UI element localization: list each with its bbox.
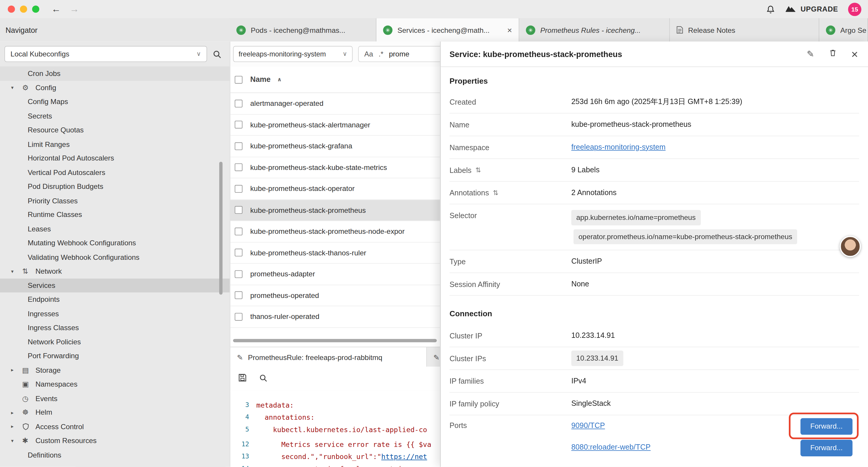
sidebar-item-ingress-classes[interactable]: Ingress Classes [0,321,230,335]
property-value[interactable]: 2 Annotations [571,188,859,198]
close-window-button[interactable] [8,6,15,13]
close-icon[interactable]: × [851,48,858,60]
notifications-bell-icon[interactable] [766,5,775,13]
row-checkbox[interactable] [235,313,242,320]
back-icon[interactable]: ← [52,4,61,14]
table-row[interactable]: kube-prometheus-stack-prometheus-node-ex… [230,221,440,242]
tab-close-icon[interactable]: × [503,25,512,35]
search-input[interactable]: Aa .* prome [358,46,440,62]
tab-services[interactable]: ✳ Services - icecheng@math... × [376,18,519,42]
table-row[interactable]: prometheus-adapter [230,264,440,285]
sidebar-item-access-control[interactable]: ▸ Access Control [0,419,230,434]
sidebar-item-storage[interactable]: ▸ ▤ Storage [0,363,230,377]
row-checkbox[interactable] [235,270,242,278]
table-row[interactable]: kube-prometheus-stack-grafana [230,136,440,157]
forward-icon[interactable]: → [70,4,79,14]
sidebar-item-helm[interactable]: ▸ ☸ Helm [0,406,230,420]
sidebar-item-priority-classes[interactable]: Priority Classes [0,194,230,208]
chevron-down-icon[interactable]: ▾ [0,438,22,444]
table-row[interactable]: alertmanager-operated [230,93,440,114]
row-checkbox[interactable] [235,121,242,128]
table-row[interactable]: prometheus-operated [230,285,440,306]
sidebar-item-endpoints[interactable]: Endpoints [0,292,230,307]
sidebar-item-horizontal-pod-autoscalers[interactable]: Horizontal Pod Autoscalers [0,151,230,166]
sidebar-item-cron-jobs[interactable]: Cron Jobs [0,66,230,81]
save-icon[interactable] [238,373,247,384]
forward-button-8080[interactable]: Forward... [800,439,852,456]
sidebar-item-runtime-classes[interactable]: Runtime Classes [0,208,230,222]
sidebar-item-events[interactable]: ◷ Events [0,391,230,406]
sidebar-item-config-maps[interactable]: Config Maps [0,95,230,109]
namespace-selector[interactable]: freeleaps-monitoring-system ∨ [233,46,353,62]
sidebar-item-network[interactable]: ▾ ⇅ Network [0,264,230,279]
edit-pencil-icon[interactable]: ✎ [807,49,814,59]
sidebar-item-mutating-webhook-configurations[interactable]: Mutating Webhook Configurations [0,236,230,250]
sidebar-item-validating-webhook-configurations[interactable]: Validating Webhook Configurations [0,250,230,264]
tab-argo[interactable]: ✳ Argo Se [819,18,868,42]
sidebar-item-leases[interactable]: Leases [0,222,230,236]
expand-icon[interactable]: ⇅ [475,166,481,174]
row-checkbox[interactable] [235,185,242,193]
select-all-checkbox[interactable] [235,76,242,83]
chevron-right-icon[interactable]: ▸ [0,424,22,430]
sidebar-item-services[interactable]: Services [0,279,230,293]
tab-release-notes[interactable]: Release Notes [670,18,819,42]
regex-toggle[interactable]: .* [378,50,383,58]
search-icon[interactable] [259,374,267,384]
row-checkbox[interactable] [235,164,242,171]
folded-region[interactable] [230,435,440,438]
row-checkbox[interactable] [235,291,242,299]
dock-tab-partial[interactable]: ✎ [427,347,440,367]
sidebar-item-secrets[interactable]: Secrets [0,109,230,123]
sidebar-item-ingresses[interactable]: Ingresses [0,307,230,321]
sidebar-item-custom-resources[interactable]: ▾ ✱ Custom Resources [0,434,230,448]
row-checkbox[interactable] [235,228,242,235]
sidebar-item-resource-quotas[interactable]: Resource Quotas [0,123,230,137]
chevron-down-icon[interactable]: ▾ [0,85,22,90]
row-checkbox[interactable] [235,99,242,107]
sidebar-item-config[interactable]: ▾ ⚙ Config [0,81,230,95]
forward-button-9090[interactable]: Forward... [800,418,852,435]
avatar[interactable] [840,236,861,257]
table-row[interactable]: kube-prometheus-stack-alertmanager [230,114,440,136]
namespace-link[interactable]: freeleaps-monitoring-system [571,143,665,151]
sort-ascending-icon[interactable]: ∧ [277,77,282,83]
sidebar-item-vertical-pod-autoscalers[interactable]: Vertical Pod Autoscalers [0,165,230,179]
expand-icon[interactable]: ⇅ [493,189,498,197]
row-checkbox[interactable] [235,206,242,214]
row-checkbox[interactable] [235,249,242,257]
table-row[interactable]: thanos-ruler-operated [230,306,440,327]
sidebar-item-namespaces[interactable]: ▣ Namespaces [0,377,230,391]
sidebar-item-limit-ranges[interactable]: Limit Ranges [0,137,230,151]
port-link-8080[interactable]: 8080:reloader-web/TCP [571,443,651,453]
upgrade-button[interactable]: UPGRADE [785,5,838,13]
table-row-selected[interactable]: kube-prometheus-stack-prometheus [230,200,440,221]
delete-trash-icon[interactable] [829,49,837,59]
column-header-name[interactable]: Name [250,76,271,84]
notification-count-badge[interactable]: 15 [848,2,862,16]
dock-tab-prometheusrule[interactable]: ✎ PrometheusRule: freeleaps-prod-rabbitm… [230,347,427,367]
chevron-right-icon[interactable]: ▸ [0,368,22,373]
search-icon[interactable] [213,50,222,59]
row-checkbox[interactable] [235,142,242,150]
sidebar-item-port-forwarding[interactable]: Port Forwarding [0,349,230,363]
sidebar-item-definitions[interactable]: Definitions [0,448,230,462]
minimize-window-button[interactable] [20,6,27,13]
zoom-window-button[interactable] [32,6,39,13]
table-row[interactable]: kube-prometheus-stack-thanos-ruler [230,242,440,264]
match-case-toggle[interactable]: Aa [364,50,373,58]
port-link-9090[interactable]: 9090/TCP [571,421,605,431]
table-row[interactable]: kube-prometheus-stack-operator [230,178,440,200]
horizontal-scrollbar[interactable] [233,339,437,342]
sidebar-item-network-policies[interactable]: Network Policies [0,335,230,349]
property-value[interactable]: 9 Labels [571,165,859,175]
yaml-editor[interactable]: 3metadata: 4 annotations: 5 kubectl.kube… [230,391,440,467]
table-row[interactable]: kube-prometheus-stack-kube-state-metrics [230,157,440,178]
chevron-right-icon[interactable]: ▸ [0,410,22,415]
tab-prometheus-rules[interactable]: ✳ Prometheus Rules - icecheng... [519,18,670,42]
kubeconfig-selector[interactable]: Local Kubeconfigs ∨ [4,46,207,62]
chevron-down-icon[interactable]: ▾ [0,268,22,274]
tab-pods[interactable]: ✳ Pods - icecheng@mathmas... [230,18,377,42]
sidebar-scrollbar[interactable] [219,162,222,295]
sidebar-item-pod-disruption-budgets[interactable]: Pod Disruption Budgets [0,179,230,194]
